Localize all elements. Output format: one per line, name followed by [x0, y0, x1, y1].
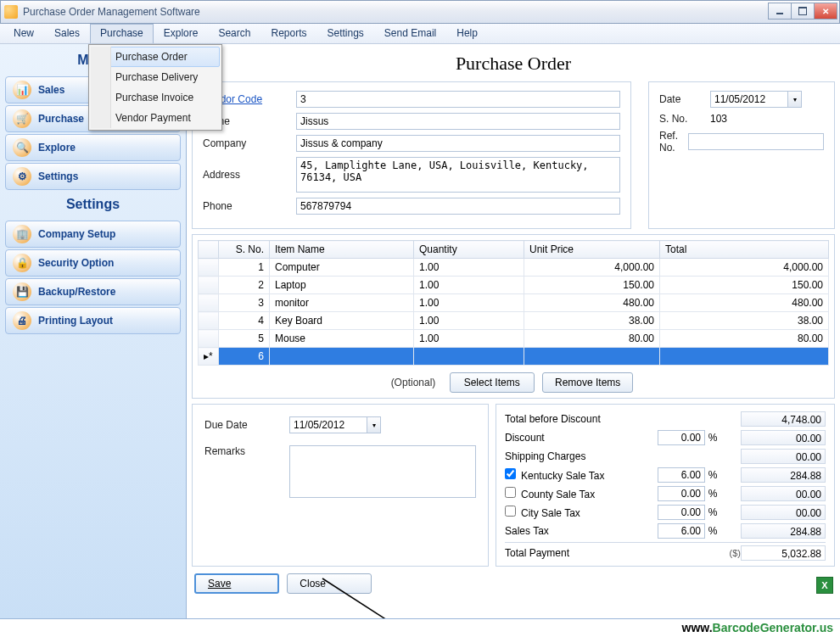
search-icon: 🔍 — [13, 138, 31, 157]
table-row[interactable]: 3monitor1.00480.00480.00 — [199, 294, 829, 312]
tax3-row: City Sale Tax — [505, 506, 658, 519]
total-before-label: Total before Discount — [505, 413, 705, 425]
close-form-button[interactable]: Close — [287, 573, 372, 594]
table-row[interactable]: 5Mouse1.0080.0080.00 — [199, 330, 829, 348]
tax1-checkbox[interactable] — [505, 468, 516, 479]
pct-label: % — [705, 488, 720, 500]
items-grid[interactable]: S. No. Item Name Quantity Unit Price Tot… — [198, 240, 829, 366]
vendor-phone-input[interactable] — [296, 198, 620, 215]
shipping-label: Shipping Charges — [505, 450, 705, 462]
tax1-row: Kentucky Sale Tax — [505, 468, 658, 482]
close-button[interactable] — [814, 3, 837, 20]
sidebar-item-backup[interactable]: 💾Backup/Restore — [5, 278, 181, 305]
menu-explore[interactable]: Explore — [154, 24, 209, 43]
grid-header-item[interactable]: Item Name — [270, 241, 414, 259]
due-date-input[interactable] — [289, 416, 367, 433]
maximize-button[interactable] — [791, 3, 815, 20]
menu-search[interactable]: Search — [208, 24, 260, 43]
menu-reports[interactable]: Reports — [260, 24, 316, 43]
footer-www: www. — [682, 621, 713, 634]
sidebar-item-settings[interactable]: ⚙Settings — [5, 163, 181, 190]
salestax-label: Sales Tax — [505, 525, 658, 537]
chart-icon: 📊 — [13, 81, 31, 99]
optional-label: (Optional) — [391, 377, 436, 388]
remarks-label: Remarks — [204, 445, 289, 457]
vendor-company-input[interactable] — [296, 135, 620, 152]
sidebar-item-label: Sales — [38, 84, 64, 96]
menu-settings[interactable]: Settings — [317, 24, 374, 43]
sidebar-item-company[interactable]: 🏢Company Setup — [5, 221, 181, 248]
tax1-pct-input[interactable] — [658, 467, 705, 483]
vendor-address-input[interactable]: 45, Lamplighte Lane, USA, Louisville, Ke… — [296, 157, 620, 193]
date-picker[interactable]: ▾ — [710, 91, 802, 108]
disk-icon: 💾 — [13, 282, 31, 301]
sidebar-item-printing[interactable]: 🖨Printing Layout — [5, 307, 181, 334]
page-title: Purchase Order — [187, 44, 840, 81]
company-label: Company — [203, 137, 296, 149]
tax3-pct-input[interactable] — [658, 505, 705, 520]
dropdown-gutter — [91, 47, 111, 128]
menu-new[interactable]: New — [3, 24, 44, 43]
tax2-pct-input[interactable] — [658, 486, 705, 501]
window-title: Purchase Order Management Software — [23, 6, 200, 18]
menu-help[interactable]: Help — [446, 24, 488, 43]
footer-domain: BarcodeGenerator.us — [713, 621, 833, 634]
vendor-name-input[interactable] — [296, 113, 620, 130]
tax2-value: 00.00 — [741, 486, 826, 501]
date-input[interactable] — [710, 91, 788, 108]
table-row-new[interactable]: ▸*6 — [199, 348, 829, 366]
pct-label: % — [705, 525, 720, 537]
gear-icon: ⚙ — [13, 167, 31, 186]
ref-label: Ref. No. — [659, 130, 688, 154]
excel-export-icon[interactable]: X — [816, 577, 833, 594]
due-date-label: Due Date — [204, 419, 289, 431]
app-icon — [4, 5, 18, 19]
sidebar-item-explore[interactable]: 🔍Explore — [5, 134, 181, 161]
pct-label: % — [705, 469, 720, 481]
tax2-label: County Sale Tax — [521, 489, 595, 500]
chevron-down-icon[interactable]: ▾ — [367, 416, 381, 433]
discount-pct-input[interactable] — [658, 430, 705, 445]
chevron-down-icon[interactable]: ▾ — [788, 91, 802, 108]
menu-purchase[interactable]: Purchase — [90, 24, 154, 43]
sidebar-header-settings: Settings — [0, 192, 186, 221]
tax3-value: 00.00 — [741, 505, 826, 520]
sidebar-item-label: Printing Layout — [38, 315, 113, 327]
grid-header-total[interactable]: Total — [660, 241, 829, 259]
salestax-pct-input[interactable] — [658, 523, 705, 539]
sidebar-item-label: Security Option — [38, 257, 114, 269]
sidebar-item-label: Explore — [38, 142, 76, 154]
tax2-checkbox[interactable] — [505, 487, 516, 498]
due-group: Due Date ▾ Remarks — [192, 404, 489, 567]
pct-label: % — [705, 432, 720, 444]
totalpay-value: 5,032.88 — [741, 545, 826, 561]
pct-label: % — [705, 506, 720, 518]
currency-label: ($) — [720, 548, 741, 558]
ref-input[interactable] — [688, 133, 824, 150]
discount-label: Discount — [505, 432, 658, 444]
items-grid-wrap: S. No. Item Name Quantity Unit Price Tot… — [192, 234, 835, 399]
minimize-button[interactable] — [768, 3, 792, 20]
grid-header-sno[interactable]: S. No. — [219, 241, 270, 259]
select-items-button[interactable]: Select Items — [450, 372, 535, 393]
menu-sendemail[interactable]: Send Email — [374, 24, 446, 43]
tax1-label: Kentucky Sale Tax — [521, 470, 605, 482]
remove-items-button[interactable]: Remove Items — [542, 372, 633, 393]
due-date-picker[interactable]: ▾ — [289, 416, 381, 433]
table-row[interactable]: 4Key Board1.0038.0038.00 — [199, 312, 829, 330]
table-row[interactable]: 1Computer1.004,000.004,000.00 — [199, 259, 829, 277]
tax3-checkbox[interactable] — [505, 506, 516, 517]
action-bar: Save Close X — [192, 573, 835, 594]
sidebar-item-security[interactable]: 🔒Security Option — [5, 249, 181, 277]
remarks-input[interactable] — [289, 445, 476, 498]
grid-header-qty[interactable]: Quantity — [414, 241, 524, 259]
grid-header-price[interactable]: Unit Price — [524, 241, 660, 259]
table-row[interactable]: 2Laptop1.00150.00150.00 — [199, 277, 829, 294]
tax2-row: County Sale Tax — [505, 487, 658, 500]
printer-icon: 🖨 — [13, 311, 31, 330]
vendor-code-input[interactable] — [296, 91, 620, 108]
menu-sales[interactable]: Sales — [44, 24, 90, 43]
save-button[interactable]: Save — [194, 573, 279, 594]
sno-value: 103 — [710, 113, 727, 125]
address-label: Address — [203, 169, 296, 181]
